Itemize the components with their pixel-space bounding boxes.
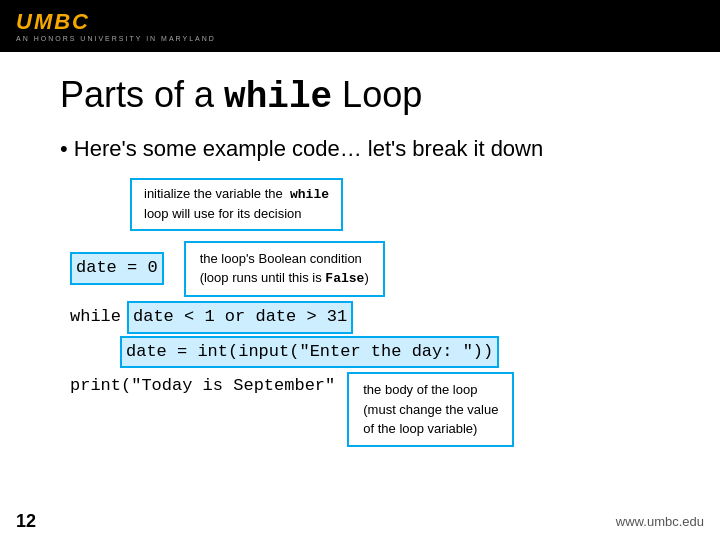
- footer: 12 www.umbc.edu: [0, 511, 720, 532]
- body-code: date = int(input("Enter the day: ")): [120, 336, 499, 369]
- init-annotation: initialize the variable the while loop w…: [130, 178, 343, 231]
- main-content: Parts of a while Loop • Here's some exam…: [0, 52, 720, 457]
- page-title: Parts of a while Loop: [60, 74, 660, 118]
- logo-subtitle-text: AN HONORS UNIVERSITY IN MARYLAND: [16, 35, 216, 42]
- header: UMBC AN HONORS UNIVERSITY IN MARYLAND: [0, 0, 720, 52]
- code-area: initialize the variable the while loop w…: [70, 178, 660, 447]
- subtitle: • Here's some example code… let's break …: [60, 136, 660, 162]
- print-line: print("Today is September": [70, 372, 335, 401]
- slide-number: 12: [16, 511, 36, 532]
- print-and-annotation: print("Today is September" the body of t…: [70, 372, 660, 447]
- date-row: date = 0 the loop's Boolean condition(lo…: [70, 241, 660, 297]
- body-annotation: the body of the loop(must change the val…: [347, 372, 514, 447]
- body-row: date = int(input("Enter the day: ")): [120, 336, 660, 369]
- umbc-logo: UMBC AN HONORS UNIVERSITY IN MARYLAND: [16, 11, 216, 42]
- title-prefix: Parts of a: [60, 74, 224, 115]
- date-assign-label: date = 0: [70, 252, 164, 285]
- title-suffix: Loop: [332, 74, 422, 115]
- date-assign-highlight: date = 0: [70, 252, 164, 285]
- bool-condition-annotation: the loop's Boolean condition(loop runs u…: [184, 241, 385, 297]
- title-code-word: while: [224, 77, 332, 118]
- while-row: while date < 1 or date > 31: [70, 301, 660, 334]
- logo-umbc-text: UMBC: [16, 11, 90, 33]
- while-condition-highlight: date < 1 or date > 31: [127, 301, 353, 334]
- while-keyword-label: while: [70, 303, 121, 332]
- website-url: www.umbc.edu: [616, 514, 704, 529]
